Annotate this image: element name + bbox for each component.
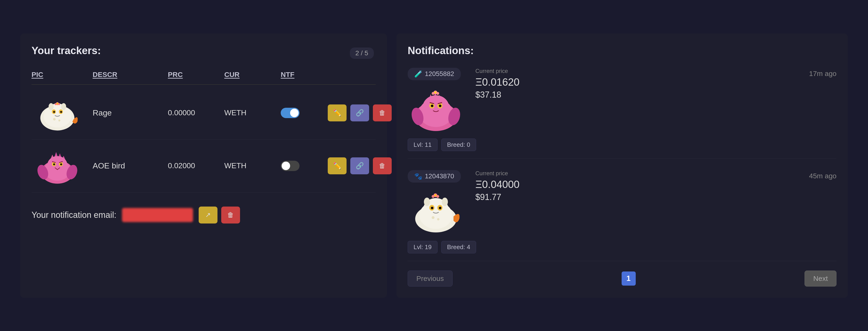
notifications-title: Notifications:: [408, 45, 837, 57]
svg-point-39: [439, 104, 441, 107]
svg-point-56: [442, 198, 448, 206]
email-label: Your notification email:: [31, 210, 116, 220]
axie-id-badge-1: 🧪 12055882: [408, 68, 461, 80]
time-text-2: 45m ago: [809, 170, 837, 180]
svg-point-7: [49, 103, 54, 110]
email-edit-button[interactable]: ↗: [199, 207, 217, 223]
svg-point-58: [437, 218, 439, 220]
svg-point-12: [55, 103, 57, 105]
toggle-off-2[interactable]: [281, 161, 300, 171]
current-page: 1: [622, 271, 636, 285]
svg-point-53: [431, 207, 434, 209]
svg-point-55: [424, 198, 430, 206]
email-actions: ↗ 🗑: [199, 207, 240, 223]
notif-left-1: 🧪 12055882: [408, 68, 464, 133]
tracker-toggle-2[interactable]: [281, 161, 328, 171]
col-descr: DESCR: [93, 70, 168, 79]
notif-top-2: 🐾 12043870: [408, 170, 837, 235]
notifications-list: 🧪 12055882: [408, 68, 837, 261]
email-delete-button[interactable]: 🗑: [221, 207, 240, 223]
axie-pic-1: [31, 94, 83, 132]
svg-point-62: [434, 194, 436, 196]
notif-time-1: 17m ago: [809, 68, 837, 78]
svg-point-57: [432, 216, 434, 219]
action-btns-2: ✏️ 🔗 🗑: [328, 157, 392, 174]
svg-point-8: [61, 103, 66, 110]
svg-point-6: [60, 111, 62, 113]
link-button-2[interactable]: 🔗: [350, 157, 369, 174]
tracker-name-1: Rage: [93, 108, 168, 117]
tracker-currency-1: WETH: [224, 109, 281, 117]
tracker-price-2: 0.02000: [168, 161, 224, 170]
notif-time-2: 45m ago: [809, 170, 837, 180]
price-usd-1: $37.18: [475, 90, 798, 100]
current-price-label-2: Current price: [475, 170, 798, 177]
col-cur: CUR: [224, 70, 281, 79]
svg-point-24: [53, 163, 55, 166]
pagination: Previous 1 Next: [408, 261, 837, 287]
col-pic: PIC: [31, 70, 93, 79]
svg-point-13: [58, 103, 60, 105]
notif-price-2: Current price Ξ0.04000 $91.77: [475, 170, 798, 202]
svg-point-14: [57, 103, 58, 104]
delete-button-2[interactable]: 🗑: [373, 157, 392, 174]
svg-point-61: [436, 195, 439, 198]
current-price-label-1: Current price: [475, 68, 798, 74]
prev-button[interactable]: Previous: [408, 271, 453, 287]
notif-tags-1: Lvl: 11 Breed: 0: [408, 139, 837, 151]
time-text-1: 17m ago: [809, 68, 837, 78]
toggle-knob-1: [290, 109, 299, 117]
notif-axie-pic-2: [408, 188, 464, 235]
price-eth-2: Ξ0.04000: [475, 179, 798, 190]
trackers-panel: 2 / 5 Your trackers: PIC DESCR PRC CUR N…: [20, 33, 387, 298]
svg-point-9: [53, 118, 56, 120]
price-eth-1: Ξ0.01620: [475, 76, 798, 88]
tracker-toggle-1[interactable]: [281, 108, 328, 118]
svg-point-60: [432, 195, 434, 198]
next-button[interactable]: Next: [805, 271, 837, 287]
tracker-name-2: AOE bird: [93, 161, 168, 170]
lvl-tag-1: Lvl: 11: [408, 139, 437, 151]
edit-button-1[interactable]: ✏️: [328, 104, 346, 121]
col-actions: [328, 70, 376, 79]
table-row: AOE bird 0.02000 WETH ✏️ 🔗 🗑: [31, 140, 376, 192]
breed-tag-1: Breed: 0: [441, 139, 476, 151]
trackers-title: Your trackers:: [31, 45, 376, 57]
axie-id-text-2: 12043870: [425, 173, 454, 180]
svg-point-25: [60, 163, 62, 166]
toggle-knob-2: [282, 161, 290, 170]
page-indicator: 2 / 5: [350, 48, 374, 59]
notif-top-1: 🧪 12055882: [408, 68, 837, 133]
svg-point-5: [53, 111, 55, 113]
email-section: Your notification email: ████████████ ↗ …: [31, 207, 376, 223]
action-btns-1: ✏️ 🔗 🗑: [328, 104, 392, 121]
edit-button-2[interactable]: ✏️: [328, 157, 346, 174]
notifications-panel: Notifications: 🧪 12055882: [396, 33, 848, 298]
axie-icon-2: 🐾: [414, 173, 423, 180]
price-usd-2: $91.77: [475, 192, 798, 202]
axie-icon-1: 🧪: [414, 70, 423, 78]
axie-id-badge-2: 🐾 12043870: [408, 170, 461, 183]
svg-point-45: [434, 91, 436, 93]
delete-button-1[interactable]: 🗑: [373, 104, 392, 121]
tracker-currency-2: WETH: [224, 161, 281, 170]
svg-point-10: [58, 119, 60, 121]
axie-pic-2: [31, 147, 83, 185]
notif-price-1: Current price Ξ0.01620 $37.18: [475, 68, 798, 100]
tracker-price-1: 0.00000: [168, 109, 224, 117]
notification-card-2: 🐾 12043870: [408, 170, 837, 261]
link-button-1[interactable]: 🔗: [350, 104, 369, 121]
axie-id-text-1: 12055882: [425, 70, 454, 78]
email-display: ████████████: [122, 208, 193, 222]
svg-point-43: [432, 92, 434, 95]
svg-point-54: [439, 207, 441, 209]
notif-tags-2: Lvl: 19 Breed: 4: [408, 241, 837, 253]
trackers-table: PIC DESCR PRC CUR NTF: [31, 70, 376, 192]
notif-left-2: 🐾 12043870: [408, 170, 464, 235]
svg-point-21: [47, 156, 67, 174]
toggle-on-1[interactable]: [281, 108, 300, 118]
svg-point-35: [423, 95, 449, 119]
svg-point-44: [436, 92, 439, 95]
breed-tag-2: Breed: 4: [441, 241, 476, 253]
col-prc: PRC: [168, 70, 224, 79]
